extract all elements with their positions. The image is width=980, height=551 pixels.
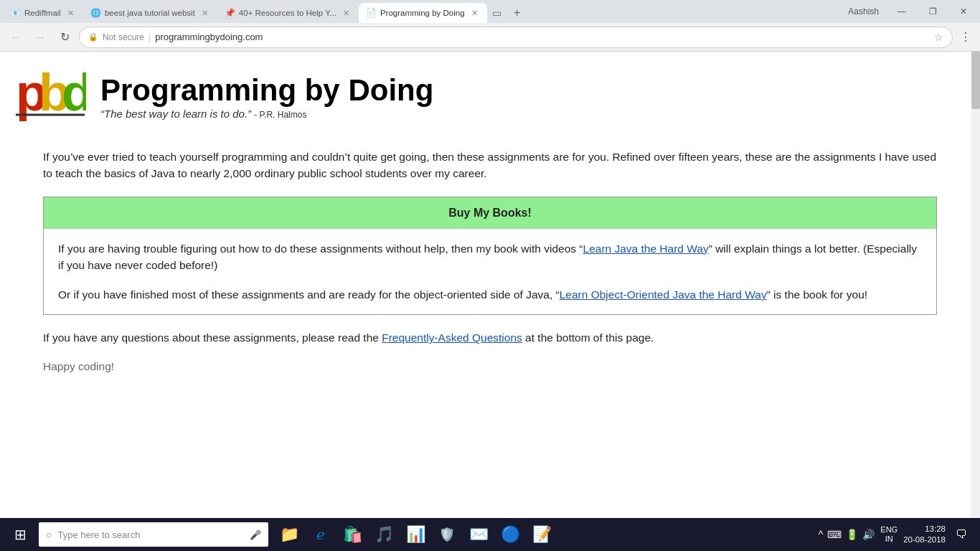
page-content: p b d Programming by Doing “The best way… <box>0 52 980 518</box>
tab-favicon-beest: 🌐 <box>90 8 100 18</box>
tab-close-resources[interactable]: ✕ <box>341 8 352 19</box>
clock[interactable]: 13:28 20-08-2018 <box>903 524 946 545</box>
buy-para2-before: Or if you have finished most of these as… <box>58 288 560 301</box>
tray-arrow[interactable]: ^ <box>819 529 824 540</box>
address-text: programmingbydoing.com <box>155 32 930 42</box>
tab-favicon-pbd: 📄 <box>366 8 376 18</box>
taskbar-mail[interactable]: ✉️ <box>463 519 494 550</box>
tab-label-beest: beest java tutorial websit <box>105 9 195 17</box>
taskbar-office[interactable]: 📊 <box>400 519 430 550</box>
tray-keyboard[interactable]: ⌨ <box>827 529 842 540</box>
window-controls: — ❐ ✕ <box>887 4 977 19</box>
notification-icon: 🗨 <box>956 528 967 541</box>
taskbar-file-explorer[interactable]: 📁 <box>274 519 304 550</box>
tab-strip: 📧 Rediffmail ✕ 🌐 beest java tutorial web… <box>3 0 845 23</box>
site-logo: p b d <box>14 66 86 127</box>
taskbar-media[interactable]: 🎵 <box>369 519 399 550</box>
new-tab-button[interactable]: + <box>507 3 527 23</box>
tab-label-rediffmail: Rediffmail <box>24 9 61 17</box>
taskbar-word[interactable]: 📝 <box>527 519 557 550</box>
chrome-icon: 🔵 <box>501 525 520 544</box>
buy-books-body: If you are having trouble figuring out h… <box>44 229 936 315</box>
microphone-icon[interactable]: 🎤 <box>250 529 261 540</box>
lang-code: ENG <box>880 525 897 534</box>
file-explorer-icon: 📁 <box>280 525 299 544</box>
tab-favicon-resources: 📌 <box>225 8 235 18</box>
tray-battery[interactable]: 🔋 <box>846 529 858 540</box>
buy-books-para1: If you are having trouble figuring out h… <box>58 240 922 274</box>
taskbar-apps: 📁 ℯ 🛍️ 🎵 📊 🛡️ ✉️ 🔵 📝 <box>274 519 557 550</box>
page-body: If you’ve ever tried to teach yourself p… <box>0 134 980 389</box>
search-placeholder: Type here to search <box>57 529 244 540</box>
search-bar[interactable]: ○ Type here to search 🎤 <box>39 522 268 547</box>
buy-para2-after: ” is the book for you! <box>767 288 867 301</box>
taskbar-chrome[interactable]: 🔵 <box>495 519 525 550</box>
happy-coding: Happy coding! <box>43 358 937 375</box>
tab-beest[interactable]: 🌐 beest java tutorial websit ✕ <box>83 3 217 23</box>
faq-after: at the bottom of this page. <box>522 331 654 344</box>
tab-resources[interactable]: 📌 40+ Resources to Help Y... ✕ <box>217 3 359 23</box>
taskbar-tray: ^ ⌨ 🔋 🔊 ENG IN 13:28 20-08-2018 🗨 <box>819 519 976 550</box>
learn-java-link[interactable]: Learn Java the Hard Way <box>583 242 709 255</box>
windows-icon: ⊞ <box>14 526 27 543</box>
buy-para1-before: If you are having trouble figuring out h… <box>58 242 583 255</box>
taskbar: ⊞ ○ Type here to search 🎤 📁 ℯ 🛍️ 🎵 📊 🛡️ … <box>0 518 980 551</box>
system-tray: ^ ⌨ 🔋 🔊 <box>819 529 875 540</box>
office-icon: 📊 <box>406 525 425 544</box>
site-title: Programming by Doing <box>100 73 433 108</box>
tab-pbd[interactable]: 📄 Programming by Doing ✕ <box>359 3 487 23</box>
title-bar: 📧 Rediffmail ✕ 🌐 beest java tutorial web… <box>0 0 980 23</box>
taskbar-store[interactable]: 🛍️ <box>337 519 367 550</box>
logo-svg: p b d <box>14 66 86 127</box>
faq-link[interactable]: Frequently-Asked Questions <box>382 331 522 344</box>
language-indicator[interactable]: ENG IN <box>880 525 897 544</box>
forward-button[interactable]: → <box>30 27 50 47</box>
lang-region: IN <box>880 534 897 544</box>
tab-close-rediffmail[interactable]: ✕ <box>65 8 76 19</box>
faq-before: If you have any questions about these as… <box>43 331 382 344</box>
close-button[interactable]: ✕ <box>950 4 977 19</box>
new-tab-placeholder: ▭ <box>487 3 507 23</box>
taskbar-antivirus[interactable]: 🛡️ <box>432 519 462 550</box>
antivirus-icon: 🛡️ <box>439 527 455 542</box>
back-button[interactable]: ← <box>6 27 26 47</box>
bookmark-icon[interactable]: ☆ <box>934 32 943 43</box>
notification-button[interactable]: 🗨 <box>951 519 971 550</box>
tray-volume[interactable]: 🔊 <box>862 529 875 540</box>
reload-button[interactable]: ↻ <box>55 27 75 47</box>
user-name: Aashish <box>848 6 879 17</box>
clock-time: 13:28 <box>903 524 946 534</box>
learn-oo-java-link[interactable]: Learn Object-Oriented Java the Hard Way <box>560 288 767 301</box>
word-icon: 📝 <box>532 525 552 544</box>
site-header: p b d Programming by Doing “The best way… <box>0 52 980 134</box>
intro-paragraph: If you’ve ever tried to teach yourself p… <box>43 149 937 182</box>
faq-paragraph: If you have any questions about these as… <box>43 329 937 346</box>
start-button[interactable]: ⊞ <box>4 519 36 550</box>
site-title-area: Programming by Doing “The best way to le… <box>100 73 433 120</box>
clock-date: 20-08-2018 <box>903 534 946 545</box>
minimize-button[interactable]: — <box>887 4 916 19</box>
menu-button[interactable]: ⋮ <box>957 30 974 44</box>
search-icon: ○ <box>46 529 52 540</box>
tab-close-beest[interactable]: ✕ <box>199 8 210 19</box>
mail-icon: ✉️ <box>469 525 489 544</box>
edge-icon: ℯ <box>316 526 325 543</box>
store-icon: 🛍️ <box>343 525 362 544</box>
buy-books-para2: Or if you have finished most of these as… <box>58 286 922 303</box>
tab-rediffmail[interactable]: 📧 Rediffmail ✕ <box>3 3 83 23</box>
security-icon: 🔒 <box>88 32 98 42</box>
scrollbar-track[interactable] <box>971 52 980 518</box>
svg-text:d: d <box>62 66 86 121</box>
site-quote: “The best way to learn is to do.” - P.R.… <box>100 108 433 120</box>
taskbar-edge[interactable]: ℯ <box>306 519 336 550</box>
address-input[interactable]: 🔒 Not secure | programmingbydoing.com ☆ <box>79 27 953 48</box>
tab-close-pbd[interactable]: ✕ <box>469 8 480 19</box>
security-label: Not secure <box>103 32 144 42</box>
restore-button[interactable]: ❐ <box>919 4 947 19</box>
buy-books-header: Buy My Books! <box>44 197 936 229</box>
scrollbar-thumb[interactable] <box>971 52 980 109</box>
tab-label-pbd: Programming by Doing <box>380 9 465 17</box>
buy-books-box: Buy My Books! If you are having trouble … <box>43 197 937 316</box>
media-icon: 🎵 <box>374 525 394 544</box>
tab-favicon-rediffmail: 📧 <box>10 8 20 18</box>
